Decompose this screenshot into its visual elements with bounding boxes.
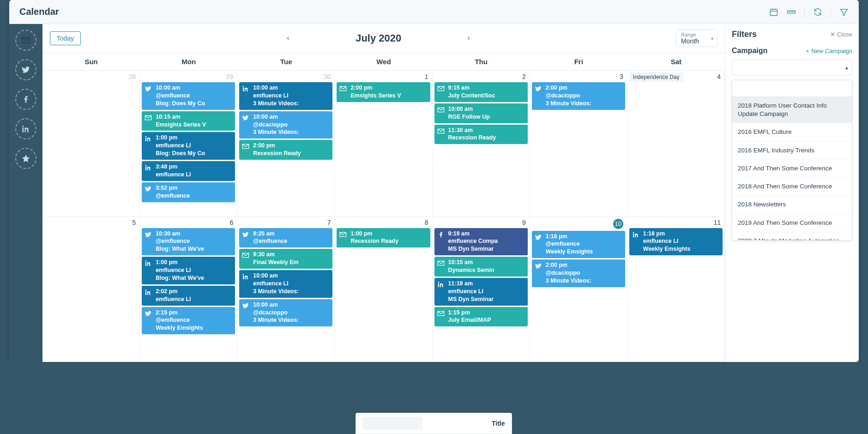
day-cell[interactable]: 29:15 amJuly Content/Soc10:00 amRGE Foll…	[433, 71, 530, 217]
close-filters-button[interactable]: ✕Close	[830, 31, 852, 38]
day-cell[interactable]: 99:19 amemfluence CompaMS Dyn Seminar10:…	[433, 217, 530, 362]
day-cell[interactable]: 12:00 pmEmsights Series V	[335, 71, 432, 217]
calendar-event[interactable]: 10:00 am@dcacioppo3 Minute Videos:	[239, 299, 332, 327]
campaign-combo[interactable]	[732, 60, 852, 75]
calendar-event[interactable]: 1:18 pmemfluence LIWeekly Emsights	[629, 228, 723, 256]
campaign-option-list[interactable]: 2018 Platform User Contact Info Update C…	[732, 97, 852, 240]
campaign-option[interactable]: 2019 And Then Some Conference	[732, 214, 852, 232]
dow-cell: Tue	[237, 53, 335, 70]
twitter-icon	[242, 302, 249, 309]
calendar-toolbar: Today July 2020 Range Month	[42, 24, 725, 53]
next-month-icon[interactable]	[466, 36, 471, 41]
calendar-event[interactable]: 2:15 pm@emfluenceWeekly Emsights	[142, 307, 235, 335]
svg-rect-1	[788, 11, 796, 13]
rail-email-button[interactable]	[15, 30, 36, 51]
campaign-search-input[interactable]	[732, 80, 852, 97]
rail-facebook-button[interactable]	[15, 89, 36, 110]
range-select[interactable]: Range Month	[676, 30, 717, 47]
campaign-option[interactable]: 2017 And Then Some Conference	[732, 160, 852, 178]
day-cell[interactable]: 5	[42, 217, 140, 362]
calendar-event[interactable]: 10:30 am@emfluenceBlog: What We've	[142, 228, 235, 256]
calendar-event[interactable]: 10:00 am@dcacioppo3 Minute Videos:	[239, 111, 332, 139]
twitter-icon	[145, 85, 152, 92]
month-nav: July 2020	[87, 32, 669, 44]
calendar-event[interactable]: 1:00 pmemfluence LIBlog: What We've	[142, 257, 235, 284]
calendar-event[interactable]: 11:19 amemfluence LIMS Dyn Seminar	[434, 278, 528, 306]
campaign-option[interactable]: 2018 Platform User Contact Info Update C…	[732, 97, 852, 123]
day-cell[interactable]: 610:30 am@emfluenceBlog: What We've1:00 …	[140, 217, 237, 362]
calendar-event[interactable]: 1:00 pmemfluence LIBlog: Does My Co	[142, 132, 235, 160]
day-number: 30	[239, 72, 332, 82]
campaign-option[interactable]: 2020 3 Minute Marketing Automation	[732, 232, 852, 240]
filters-panel: Filters ✕Close Campaign +New Campaign 20…	[725, 24, 859, 362]
twitter-icon	[145, 231, 152, 238]
svg-rect-0	[771, 9, 778, 15]
calendar-event[interactable]: 1:15 pmJuly Email/MAP	[434, 307, 528, 327]
linkedin-icon	[632, 231, 639, 238]
calendar-event[interactable]: 10:00 amemfluence LI3 Minute Videos:	[239, 82, 332, 110]
dow-header: SunMonTueWedThuFriSat	[42, 53, 725, 71]
day-cell[interactable]: 32:00 pm@dcacioppo3 Minute Videos:	[530, 71, 627, 217]
day-number: 2	[434, 72, 528, 82]
calendar-event[interactable]: 10:15 amEmsights Series V	[142, 111, 235, 131]
refresh-icon[interactable]	[813, 7, 822, 17]
day-cell[interactable]: 2910:00 am@emfluenceBlog: Does My Co10:1…	[140, 71, 237, 217]
calendar-event[interactable]: 2:02 pmemfluence LI	[142, 286, 235, 306]
day-cell[interactable]: 28	[42, 71, 140, 217]
day-cell[interactable]: 78:25 am@emfluence9:30 amFinal Weekly Em…	[237, 217, 335, 362]
divider	[831, 7, 831, 17]
calendar-event[interactable]: 1:00 pmRecession Ready	[337, 228, 430, 248]
calendar-event[interactable]: 2:00 pmEmsights Series V	[337, 82, 430, 102]
calendar-event[interactable]: 2:00 pmRecession Ready	[239, 140, 332, 160]
today-button[interactable]: Today	[50, 31, 81, 45]
prev-month-icon[interactable]	[285, 36, 291, 41]
calendar-event[interactable]: 9:30 amFinal Weekly Em	[239, 249, 332, 269]
calendar-event[interactable]: 8:25 am@emfluence	[239, 228, 332, 248]
day-number: 9	[434, 218, 528, 228]
twitter-icon	[242, 231, 249, 238]
filter-icon[interactable]	[839, 7, 849, 17]
calendar-event[interactable]: 11:30 amRecession Ready	[434, 125, 528, 145]
calendar-event[interactable]: 1:16 pm@emfluenceWeekly Emsights	[532, 231, 625, 259]
envelope-icon	[145, 114, 152, 121]
calendar-event[interactable]: 9:19 amemfluence CompaMS Dyn Seminar	[434, 228, 528, 256]
calendar-icon[interactable]	[769, 7, 778, 17]
day-number: 29	[142, 72, 235, 82]
calendar-event[interactable]: 10:00 amemfluence LI3 Minute Videos:	[239, 270, 332, 298]
calendar-event[interactable]: 10:00 amRGE Follow Up	[434, 103, 528, 123]
day-cell[interactable]: 101:16 pm@emfluenceWeekly Emsights2:00 p…	[530, 217, 627, 362]
day-cell[interactable]: 111:18 pmemfluence LIWeekly Emsights	[627, 217, 725, 362]
calendar-event[interactable]: 3:52 pm@emfluence	[142, 182, 235, 202]
range-value: Month	[681, 37, 712, 45]
day-cell[interactable]: 4Independence Day	[627, 71, 725, 217]
new-campaign-button[interactable]: +New Campaign	[806, 48, 852, 54]
calendar-event[interactable]: 10:00 am@emfluenceBlog: Does My Co	[142, 82, 235, 110]
campaign-option[interactable]: 2016 EMFL Industry Trends	[732, 142, 852, 160]
twitter-icon	[145, 185, 152, 193]
calendar-event[interactable]: 2:00 pm@dcacioppo3 Minute Videos:	[532, 259, 625, 287]
campaign-option[interactable]: 2016 EMFL Culture	[732, 123, 852, 141]
calendar-main: Today July 2020 Range Month SunMonTueWed…	[42, 24, 725, 362]
range-label: Range	[681, 32, 712, 37]
day-cell[interactable]: 3010:00 amemfluence LI3 Minute Videos:10…	[237, 71, 335, 217]
ruler-icon[interactable]	[787, 7, 796, 17]
rail-linkedin-button[interactable]	[15, 118, 36, 139]
filters-header: Filters ✕Close	[732, 30, 852, 39]
rail-star-button[interactable]	[15, 148, 36, 169]
calendar-event[interactable]: 3:48 pmemfluence LI	[142, 161, 235, 181]
linkedin-icon	[242, 85, 249, 92]
calendar-event[interactable]: 10:15 amDynamics Semin	[434, 257, 528, 277]
card-header: Calendar	[9, 0, 859, 24]
day-cell[interactable]: 81:00 pmRecession Ready	[335, 217, 432, 362]
campaign-option[interactable]: 2018 And Then Some Conference	[732, 178, 852, 196]
campaign-option[interactable]: 2018 Newsletters	[732, 196, 852, 214]
month-title: July 2020	[356, 32, 401, 44]
linkedin-icon	[145, 289, 152, 296]
envelope-icon	[242, 143, 249, 150]
calendar-event[interactable]: 9:15 amJuly Content/Soc	[434, 82, 528, 102]
rail-twitter-button[interactable]	[15, 59, 36, 80]
card-tools	[769, 7, 849, 17]
linkedin-icon	[145, 135, 152, 142]
calendar-event[interactable]: 2:00 pm@dcacioppo3 Minute Videos:	[532, 82, 625, 110]
calendar-grid: 282910:00 am@emfluenceBlog: Does My Co10…	[42, 71, 725, 362]
